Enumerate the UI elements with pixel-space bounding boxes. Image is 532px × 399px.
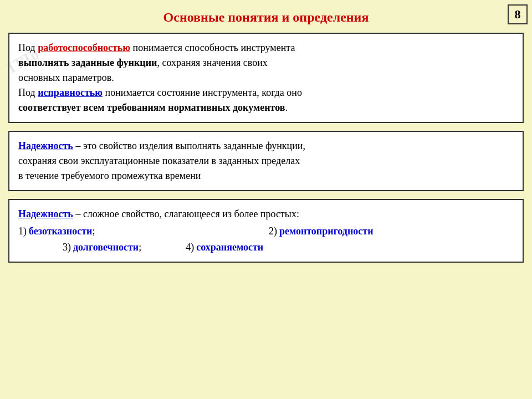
box1-line4: Под исправностью понимается состояние ин…	[18, 85, 514, 100]
box1-line5: соответствует всем требованиям нормативн…	[18, 100, 514, 115]
keyword-nadezhnost-2: Надежность	[18, 208, 73, 219]
keyword-ispravnost: исправностью	[38, 87, 103, 98]
box3-items-row1: 1)безотказности; 2)ремонтопригодности	[18, 224, 514, 239]
item3-label: долговечности	[73, 240, 139, 255]
item4-label: сохраняемости	[196, 242, 263, 253]
keyword-nadezhnost-1: Надежность	[18, 140, 73, 151]
box3-items-row2: 3)долговечности; 4)сохраняемости	[18, 240, 514, 255]
box3: Надежность – сложное свойство, слагающее…	[8, 199, 524, 263]
item4-group: 4)сохраняемости	[141, 240, 263, 255]
page-number: 8	[508, 4, 528, 24]
slide-title: Основные понятия и определения	[8, 10, 524, 25]
page-container: ITTo 8 Основные понятия и определения По…	[0, 0, 532, 399]
item1-label: безотказности	[29, 224, 92, 239]
item4-num: 4)	[186, 242, 194, 253]
item1-num: 1)	[18, 224, 27, 239]
box1: Под работоспособностью понимается способ…	[8, 33, 524, 123]
box2-line3: в течение требуемого промежутка времени	[18, 168, 514, 183]
box2: Надежность – это свойство изделия выполн…	[8, 131, 524, 191]
box1-line3: основных параметров.	[18, 70, 514, 85]
bold-sootvetstvuet: соответствует всем требованиям нормативн…	[18, 102, 285, 113]
keyword-rabotosposobnost: работоспособностью	[38, 42, 130, 53]
box1-line2: выполнять заданные функции, сохраняя зна…	[18, 55, 514, 70]
bold-vypolnyat: выполнять заданные функции	[18, 57, 157, 68]
box2-line2: сохраняя свои эксплуатационные показател…	[18, 154, 514, 168]
item2-label: ремонтопригодности	[279, 226, 374, 237]
item2-num: 2)	[269, 226, 277, 237]
box3-line1-text: – сложное свойство, слагающееся из более…	[75, 208, 299, 219]
box1-line1: Под работоспособностью понимается способ…	[18, 40, 514, 55]
box3-line1: Надежность – сложное свойство, слагающее…	[18, 207, 514, 222]
item3-num: 3)	[63, 240, 71, 255]
box2-line1: Надежность – это свойство изделия выполн…	[18, 139, 514, 154]
item2-group: 2)ремонтопригодности	[95, 224, 514, 239]
